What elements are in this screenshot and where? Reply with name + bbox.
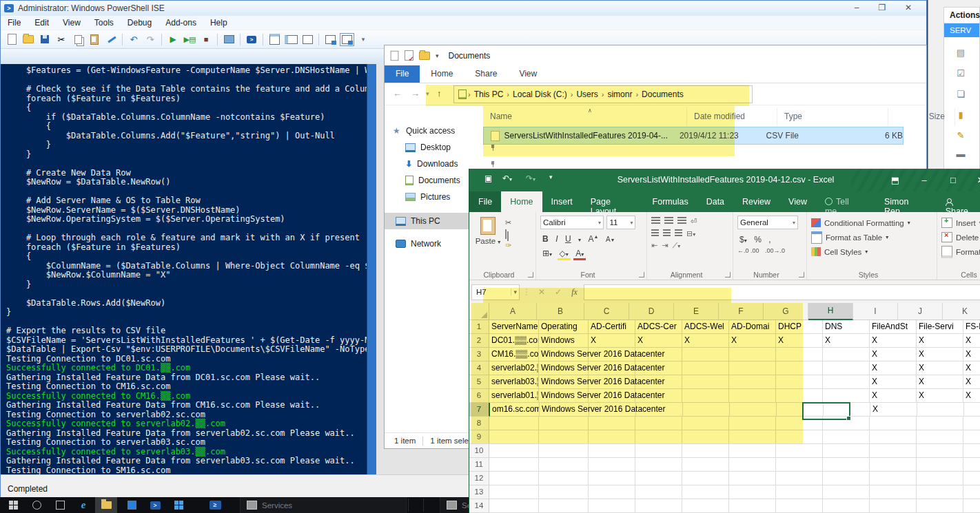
increase-indent-icon[interactable]: ⇥	[662, 241, 668, 250]
run-selection-icon[interactable]: ▶▤	[181, 32, 198, 46]
font-size-select[interactable]: 11▾	[606, 216, 635, 229]
cell-I1[interactable]: FileAndSt	[870, 320, 917, 334]
menu-edit[interactable]: Edit	[28, 18, 56, 28]
cell-D11[interactable]	[635, 458, 682, 472]
powershell-small-icon[interactable]: >	[146, 497, 164, 513]
italic-button[interactable]: I	[553, 234, 560, 244]
cell-G12[interactable]	[776, 472, 823, 485]
format-as-table-button[interactable]: Format as Table▾	[811, 230, 932, 244]
cell-I4[interactable]: X	[870, 362, 917, 375]
cell-H14[interactable]	[823, 499, 870, 513]
cell-B6[interactable]: Windows Server 2016 Datacenter	[539, 389, 589, 403]
number-dialog-launcher[interactable]	[799, 272, 804, 278]
cell-J11[interactable]	[917, 458, 963, 472]
cell-I9[interactable]	[870, 430, 917, 444]
font-name-select[interactable]: Calibri▾	[540, 216, 604, 229]
cell-F5[interactable]	[729, 375, 776, 389]
cell-J9[interactable]	[917, 430, 963, 444]
cell-G13[interactable]	[776, 485, 823, 499]
cell-D9[interactable]	[635, 430, 682, 444]
cell-K12[interactable]	[963, 472, 980, 485]
cell-E9[interactable]	[682, 430, 729, 444]
increase-decimal-icon[interactable]: ←.0 .00	[737, 247, 759, 254]
align-left-icon[interactable]	[651, 229, 659, 237]
column-header-D[interactable]: D	[629, 303, 674, 320]
column-header-K[interactable]: K	[943, 303, 980, 320]
cell-E7[interactable]	[683, 403, 730, 417]
paste-button[interactable]: Paste ▾	[473, 216, 502, 245]
cell-E10[interactable]	[682, 444, 729, 458]
column-header-type[interactable]: Type	[777, 108, 888, 126]
row-header-14[interactable]: 14	[469, 499, 489, 513]
column-header-F[interactable]: F	[719, 303, 764, 320]
restore-icon[interactable]: ❐	[870, 1, 894, 14]
row-header-4[interactable]: 4	[469, 362, 489, 375]
cell-F3[interactable]	[729, 348, 776, 362]
column-header-G[interactable]: G	[764, 303, 808, 320]
worksheet-grid[interactable]: ABCDEFGHIJK 1ServerNameOperatingAD-Certi…	[469, 303, 980, 513]
decrease-indent-icon[interactable]: ⇤	[651, 241, 657, 250]
row-header-10[interactable]: 10	[469, 444, 489, 458]
cell-F6[interactable]	[729, 389, 776, 403]
conditional-formatting-button[interactable]: Conditional Formatting▾	[811, 216, 932, 230]
cell-B14[interactable]	[539, 499, 589, 513]
cell-G9[interactable]	[776, 430, 823, 444]
excel-tab-review[interactable]: Review	[733, 191, 779, 212]
select-all-corner[interactable]	[469, 303, 489, 320]
cell-J6[interactable]: X	[917, 389, 963, 403]
app-blue-icon[interactable]	[123, 497, 141, 513]
cell-C9[interactable]	[589, 430, 635, 444]
up-icon[interactable]: ↑	[437, 88, 442, 98]
cell-G2[interactable]: X	[776, 334, 823, 348]
cell-G4[interactable]	[776, 362, 823, 375]
align-center-icon[interactable]	[663, 229, 671, 237]
cell-K4[interactable]: X	[963, 362, 980, 375]
cell-D13[interactable]	[635, 485, 682, 499]
cell-G1[interactable]: DHCP	[776, 320, 823, 334]
cell-F9[interactable]	[729, 430, 776, 444]
cell-A13[interactable]	[489, 485, 539, 499]
cell-B3[interactable]: Windows Server 2016 Datacenter	[539, 348, 589, 362]
format-cells-button[interactable]: Format▾	[941, 244, 980, 259]
script-pane-right-icon[interactable]	[283, 32, 299, 46]
explorer-tab-share[interactable]: Share	[464, 65, 508, 83]
mmc-properties-icon[interactable]: ☑	[954, 68, 968, 79]
cell-C1[interactable]: AD-Certifi	[589, 320, 635, 334]
cell-C11[interactable]	[589, 458, 635, 472]
mmc-diagram-icon[interactable]: ❏	[954, 89, 968, 100]
cell-F13[interactable]	[729, 485, 776, 499]
mmc-database-icon[interactable]: ▮	[954, 109, 968, 121]
cell-B9[interactable]	[539, 430, 589, 444]
ribbon-display-options-icon[interactable]: ⬒	[881, 169, 909, 191]
cell-E5[interactable]	[682, 375, 729, 389]
cell-C10[interactable]	[589, 444, 635, 458]
cell-K6[interactable]: X	[963, 389, 980, 403]
cell-A3[interactable]: CM16.▒▒.com	[489, 348, 539, 362]
cell-K10[interactable]	[963, 444, 980, 458]
row-header-9[interactable]: 9	[469, 430, 489, 444]
cell-F4[interactable]	[729, 362, 776, 375]
cell-J7[interactable]	[917, 403, 964, 417]
comma-style-icon[interactable]: ,	[766, 235, 773, 244]
cell-A12[interactable]	[489, 472, 539, 485]
cell-F8[interactable]	[729, 417, 776, 430]
cell-E3[interactable]	[682, 348, 729, 362]
breadcrumb-simonr[interactable]: simonr	[604, 90, 635, 99]
cell-I3[interactable]: X	[870, 348, 917, 362]
cell-E2[interactable]: X	[682, 334, 729, 348]
borders-icon[interactable]: ⊞▾	[540, 249, 554, 258]
fill-color-icon[interactable]: ◇▾	[558, 249, 571, 260]
column-header-E[interactable]: E	[674, 303, 719, 320]
cell-A14[interactable]	[489, 499, 539, 513]
cell-E11[interactable]	[682, 458, 729, 472]
column-header-A[interactable]: A	[489, 303, 537, 320]
cell-I6[interactable]: X	[870, 389, 917, 403]
cell-styles-button[interactable]: Cell Styles▾	[811, 244, 932, 259]
cell-J12[interactable]	[917, 472, 963, 485]
qat-customize-icon[interactable]: ▾	[436, 52, 439, 59]
row-header-3[interactable]: 3	[469, 348, 489, 362]
cell-J5[interactable]: X	[917, 375, 963, 389]
console-scrollbar[interactable]	[367, 64, 377, 474]
close-icon[interactable]: ✕	[897, 1, 920, 14]
cell-H5[interactable]	[823, 375, 870, 389]
